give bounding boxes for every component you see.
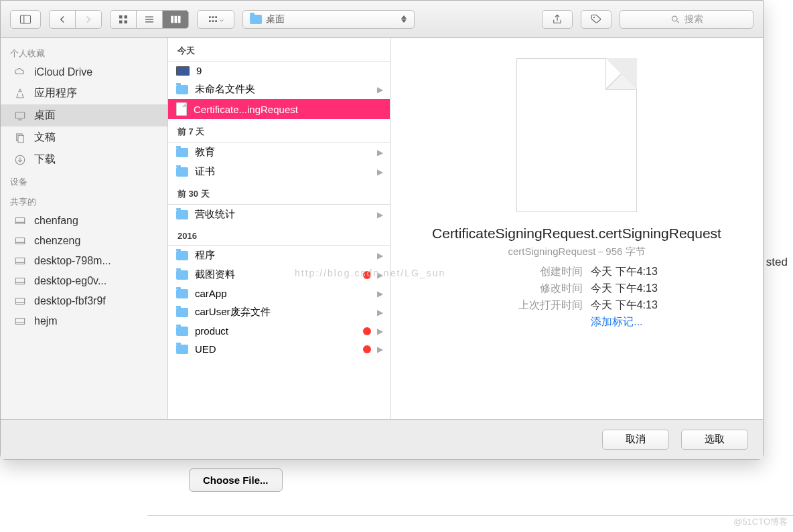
preview-pane: CertificateSigningRequest.certSigningReq… <box>390 38 763 419</box>
file-row[interactable]: carApp▶ <box>168 284 390 302</box>
file-row[interactable]: carUser废弃文件▶ <box>168 302 390 322</box>
add-tags-link[interactable]: 添加标记... <box>591 315 658 329</box>
sidebar-toggle-button[interactable] <box>10 10 41 29</box>
sidebar-item[interactable]: 桌面 <box>1 104 167 126</box>
dialog-main: 个人收藏iCloud Drive应用程序桌面文稿下载设备共享的chenfangc… <box>1 38 763 419</box>
columns-icon <box>169 13 182 25</box>
chevron-right-icon: ▶ <box>377 85 383 94</box>
folder-icon <box>176 289 188 298</box>
folder-icon <box>176 345 188 354</box>
chevron-right-icon: ▶ <box>377 251 383 260</box>
sidebar-item-label: chenfang <box>34 215 78 227</box>
path-label: 桌面 <box>266 13 285 25</box>
search-input[interactable]: 搜索 <box>620 10 753 29</box>
sidebar-item[interactable]: 应用程序 <box>1 82 167 104</box>
file-list-column: 今天9未命名文件夹▶Certificate...ingRequest前 7 天教… <box>168 38 390 419</box>
sidebar-item[interactable]: desktop-eg0v... <box>1 271 167 291</box>
file-label: 程序 <box>195 249 215 262</box>
folder-icon <box>250 15 262 24</box>
forward-button[interactable] <box>75 10 102 29</box>
sidebar-icon <box>19 13 31 25</box>
host-icon <box>14 275 26 287</box>
back-button[interactable] <box>49 10 76 29</box>
sidebar-item-label: 文稿 <box>34 130 56 145</box>
search-icon <box>670 13 680 25</box>
sidebar-item[interactable]: iCloud Drive <box>1 62 167 82</box>
chevron-down-icon: ⌵ <box>220 15 224 23</box>
sidebar-item-label: 下载 <box>34 153 56 167</box>
file-row[interactable]: 程序▶ <box>168 246 390 265</box>
cancel-button[interactable]: 取消 <box>602 430 669 450</box>
choose-file-button[interactable]: Choose File... <box>189 468 283 492</box>
host-icon <box>14 235 26 247</box>
svg-rect-0 <box>21 15 31 23</box>
chevron-right-icon: ▶ <box>377 167 383 177</box>
file-row[interactable]: product▶ <box>168 322 390 340</box>
sidebar-item[interactable]: desktop-798m... <box>1 251 167 271</box>
list-view-button[interactable] <box>136 10 163 29</box>
sidebar-item[interactable]: 下载 <box>1 149 167 171</box>
sidebar-section-shared: 共享的 <box>1 191 167 211</box>
sidebar: 个人收藏iCloud Drive应用程序桌面文稿下载设备共享的chenfangc… <box>1 38 168 419</box>
share-button[interactable] <box>542 10 573 29</box>
tag-dot-icon <box>363 327 371 335</box>
file-group-header: 前 7 天 <box>168 119 390 143</box>
file-row[interactable]: UED▶ <box>168 340 390 358</box>
sidebar-item[interactable]: 文稿 <box>1 126 167 149</box>
tags-button[interactable] <box>581 10 611 29</box>
chevron-right-icon: ▶ <box>377 289 383 298</box>
folder-icon <box>176 251 188 260</box>
choose-button[interactable]: 选取 <box>681 430 748 450</box>
host-icon <box>14 215 26 227</box>
svg-rect-9 <box>171 15 173 23</box>
modified-label: 修改时间 <box>496 282 583 296</box>
svg-rect-24 <box>18 135 23 143</box>
arrange-menu-button[interactable]: ⌵ <box>197 10 234 29</box>
svg-rect-16 <box>212 20 214 22</box>
docs-icon <box>14 132 26 144</box>
folder-icon <box>176 270 188 280</box>
file-chooser-dialog: ⌵ 桌面 搜索 个人收藏iCloud Drive应用程序桌面文稿下载设备共享的c… <box>0 0 764 460</box>
tag-icon <box>590 13 602 25</box>
preview-filename: CertificateSigningRequest.certSigningReq… <box>428 226 725 242</box>
file-row[interactable]: 证书▶ <box>168 162 390 181</box>
sidebar-item[interactable]: chenfang <box>1 211 167 231</box>
chevron-right-icon: ▶ <box>377 345 383 354</box>
sidebar-item-label: iCloud Drive <box>34 66 92 78</box>
chevron-right-icon: ▶ <box>377 270 383 280</box>
sidebar-section-favorites: 个人收藏 <box>1 42 167 62</box>
list-icon <box>143 13 155 25</box>
tag-dot-icon <box>363 345 371 353</box>
file-group-header: 2016 <box>168 224 390 246</box>
svg-rect-10 <box>175 15 177 23</box>
preview-subtitle: certSigningRequest－956 字节 <box>508 246 645 258</box>
sidebar-item[interactable]: chenzeng <box>1 231 167 251</box>
file-row[interactable]: 营收统计▶ <box>168 205 390 224</box>
file-row[interactable]: 截图资料▶ <box>168 265 390 284</box>
host-icon <box>14 315 26 327</box>
svg-rect-28 <box>15 238 25 244</box>
preview-metadata: 创建时间 今天 下午4:13 修改时间 今天 下午4:13 上次打开时间 今天 … <box>496 265 658 329</box>
chevron-right-icon <box>82 13 94 25</box>
folder-icon <box>176 308 188 317</box>
svg-rect-32 <box>15 278 25 284</box>
corner-watermark: @51CTO博客 <box>733 516 788 528</box>
file-row[interactable]: 未命名文件夹▶ <box>168 80 390 99</box>
sidebar-item[interactable]: desktop-fbf3r9f <box>1 291 167 311</box>
sidebar-item[interactable]: hejm <box>1 311 167 331</box>
svg-rect-5 <box>125 20 128 23</box>
sidebar-section-devices: 设备 <box>1 171 167 191</box>
folder-icon <box>176 210 188 219</box>
file-group-header: 今天 <box>168 38 390 62</box>
created-value: 今天 下午4:13 <box>591 265 658 279</box>
opened-label: 上次打开时间 <box>496 298 583 313</box>
column-view-button[interactable] <box>162 10 189 29</box>
dialog-footer: 取消 选取 <box>1 419 763 459</box>
file-label: 9 <box>196 65 202 76</box>
icon-view-button[interactable] <box>110 10 137 29</box>
file-row[interactable]: 9 <box>168 62 390 80</box>
file-row[interactable]: 教育▶ <box>168 143 390 162</box>
folder-icon <box>176 327 188 336</box>
file-row[interactable]: Certificate...ingRequest <box>168 99 390 119</box>
path-selector[interactable]: 桌面 <box>242 10 415 29</box>
